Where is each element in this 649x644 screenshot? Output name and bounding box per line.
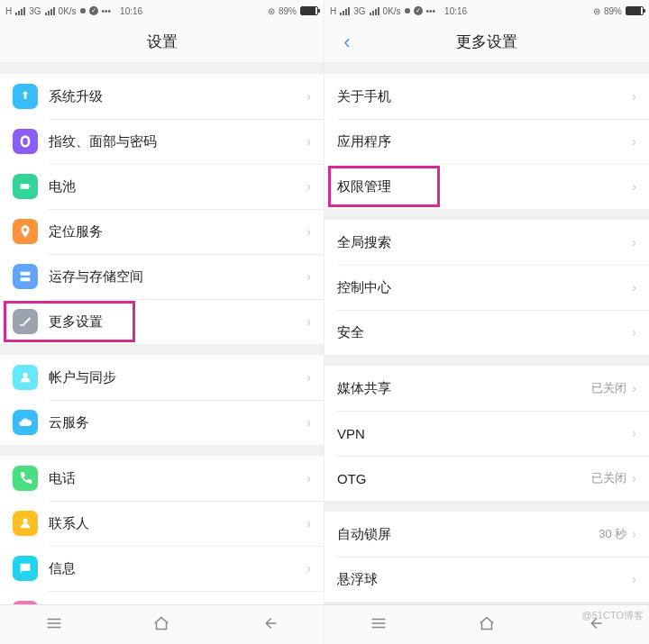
clock-label: 10:16 xyxy=(120,6,142,16)
message-icon xyxy=(13,556,38,581)
row-location[interactable]: 定位服务› xyxy=(0,209,324,254)
row-apps[interactable]: 应用程序› xyxy=(324,119,649,164)
row-search[interactable]: 全局搜索› xyxy=(324,220,649,265)
row-account[interactable]: 帐户与同步› xyxy=(0,355,324,400)
settings-screen: H 3G 0K/s ✓ ••• 10:16 ⊜ 89% 设置 系统升级›指纹、面… xyxy=(0,0,324,644)
check-icon: ✓ xyxy=(89,6,98,15)
chevron-right-icon: › xyxy=(306,314,311,329)
menu-button[interactable] xyxy=(44,613,64,637)
row-label: 权限管理 xyxy=(337,178,632,195)
row-label: 全局搜索 xyxy=(337,234,632,251)
row-floatball[interactable]: 悬浮球› xyxy=(324,557,649,602)
chevron-right-icon: › xyxy=(632,572,636,586)
chevron-right-icon: › xyxy=(632,527,636,541)
chevron-right-icon: › xyxy=(632,235,636,249)
home-button[interactable] xyxy=(151,613,171,637)
chevron-right-icon: › xyxy=(632,134,636,149)
wifi-icon: ⊜ xyxy=(593,6,600,16)
battery-icon xyxy=(300,6,318,15)
header: ‹ 更多设置 xyxy=(324,22,649,63)
watermark: @51CTO博客 xyxy=(582,609,644,622)
nav-bar xyxy=(0,604,324,644)
home-button[interactable] xyxy=(477,613,497,637)
more-settings-screen: H 3G 0K/s ✓ ••• 10:16 ⊜ 89% ‹ 更多设置 关于手机›… xyxy=(324,0,649,644)
row-label: 电话 xyxy=(49,470,306,487)
page-title: 设置 xyxy=(147,32,178,52)
row-album[interactable]: 相册› xyxy=(0,591,324,604)
chevron-right-icon: › xyxy=(306,561,311,576)
row-value: 已关闭 xyxy=(591,380,626,396)
row-phone[interactable]: 电话› xyxy=(0,456,324,501)
dot-icon xyxy=(405,8,410,14)
row-otg[interactable]: OTG已关闭› xyxy=(324,456,649,501)
net-label: H xyxy=(330,6,336,16)
row-label: 自动锁屏 xyxy=(337,526,599,543)
row-label: 信息 xyxy=(49,560,306,577)
row-label: 更多设置 xyxy=(49,313,306,331)
back-chevron-button[interactable]: ‹ xyxy=(334,22,361,63)
phone-icon xyxy=(13,466,38,491)
chevron-right-icon: › xyxy=(632,381,636,395)
row-message[interactable]: 信息› xyxy=(0,546,324,591)
chevron-right-icon: › xyxy=(632,280,636,295)
chevron-right-icon: › xyxy=(306,269,311,284)
album-icon xyxy=(13,601,38,604)
chevron-right-icon: › xyxy=(306,370,311,385)
row-value: 30 秒 xyxy=(599,526,626,542)
row-autolock[interactable]: 自动锁屏30 秒› xyxy=(324,512,649,557)
battery-icon xyxy=(626,6,644,15)
row-label: VPN xyxy=(337,426,632,441)
contacts-icon xyxy=(13,511,38,536)
chevron-right-icon: › xyxy=(306,89,311,104)
chevron-right-icon: › xyxy=(632,179,636,194)
row-label: 联系人 xyxy=(49,515,306,532)
row-contacts[interactable]: 联系人› xyxy=(0,501,324,546)
signal-bars-icon xyxy=(45,7,55,15)
row-battery[interactable]: 电池› xyxy=(0,164,324,209)
row-cloud[interactable]: 云服务› xyxy=(0,400,324,445)
row-fingerprint[interactable]: 指纹、面部与密码› xyxy=(0,119,324,164)
location-icon xyxy=(13,219,38,244)
row-control[interactable]: 控制中心› xyxy=(324,265,649,310)
speed-label: 0K/s xyxy=(383,6,401,16)
row-upgrade[interactable]: 系统升级› xyxy=(0,74,324,119)
wifi-icon: ⊜ xyxy=(268,6,275,16)
net2-label: 3G xyxy=(353,6,365,16)
status-bar: H 3G 0K/s ✓ ••• 10:16 ⊜ 89% xyxy=(324,0,649,22)
battery-pct-label: 89% xyxy=(279,6,297,16)
speed-label: 0K/s xyxy=(59,6,77,16)
row-permissions[interactable]: 权限管理› xyxy=(324,164,649,209)
row-label: 云服务 xyxy=(49,414,306,431)
battery-icon xyxy=(13,174,38,199)
row-value: 已关闭 xyxy=(591,470,626,486)
row-label: 控制中心 xyxy=(337,279,632,296)
clock-label: 10:16 xyxy=(444,6,467,16)
chevron-right-icon: › xyxy=(306,179,311,194)
row-label: 应用程序 xyxy=(337,133,632,150)
row-more[interactable]: 更多设置› xyxy=(0,299,324,344)
row-label: 媒体共享 xyxy=(337,380,591,397)
row-media[interactable]: 媒体共享已关闭› xyxy=(324,366,649,411)
more-dots-icon: ••• xyxy=(426,6,436,16)
row-label: 系统升级 xyxy=(49,88,306,105)
row-vpn[interactable]: VPN› xyxy=(324,411,649,456)
row-about[interactable]: 关于手机› xyxy=(324,74,649,119)
row-security[interactable]: 安全› xyxy=(324,310,649,355)
row-label: 悬浮球 xyxy=(337,571,632,588)
chevron-right-icon: › xyxy=(306,134,311,149)
settings-list: 系统升级›指纹、面部与密码›电池›定位服务›运存与存储空间›更多设置›帐户与同步… xyxy=(0,63,324,604)
back-button[interactable] xyxy=(260,613,279,637)
header: 设置 xyxy=(0,22,324,63)
cloud-icon xyxy=(13,410,38,435)
chevron-right-icon: › xyxy=(306,471,311,485)
menu-button[interactable] xyxy=(369,613,388,637)
signal-bars-icon xyxy=(15,7,25,15)
check-icon: ✓ xyxy=(414,6,423,15)
row-label: 帐户与同步 xyxy=(49,369,306,386)
row-storage[interactable]: 运存与存储空间› xyxy=(0,254,324,299)
dot-icon xyxy=(80,8,86,14)
row-label: 运存与存储空间 xyxy=(49,268,306,286)
chevron-right-icon: › xyxy=(632,89,636,104)
net-label: H xyxy=(5,6,12,16)
chevron-right-icon: › xyxy=(632,325,636,340)
